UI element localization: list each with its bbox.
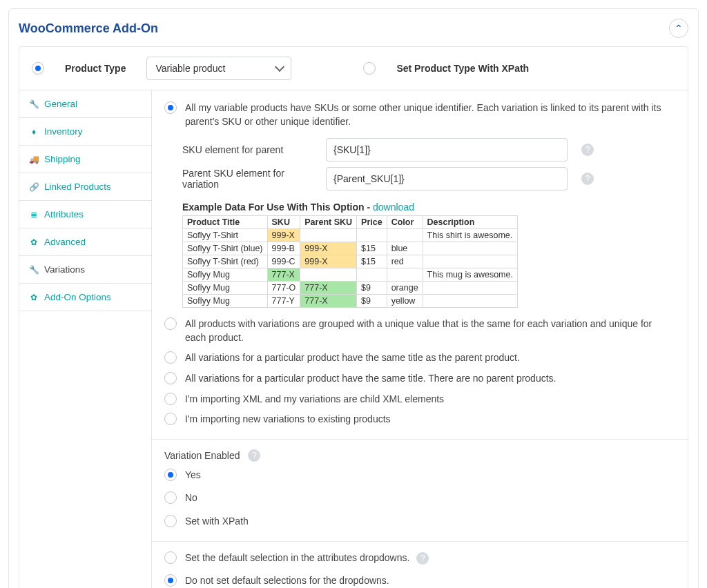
table-header: SKU — [267, 216, 300, 229]
option-label: All products with variations are grouped… — [185, 317, 675, 344]
radio-icon — [164, 515, 177, 527]
sidebar: 🔧General♦Inventory🚚Shipping🔗Linked Produ… — [19, 90, 152, 588]
radio-icon — [164, 101, 177, 114]
chevron-up-icon: ⌃ — [675, 23, 683, 34]
variation-enabled-option[interactable]: No — [164, 491, 675, 505]
parent-sku-variation-label: Parent SKU element for variation — [182, 168, 316, 190]
example-data-table: Product TitleSKUParent SKUPriceColorDesc… — [182, 215, 518, 308]
content-pane: All my variable products have SKUs or so… — [152, 90, 688, 588]
product-type-label: Product Type — [65, 63, 126, 74]
option-label: All variations for a particular product … — [185, 351, 675, 365]
table-header: Color — [387, 216, 423, 229]
table-header: Price — [357, 216, 387, 229]
radio-dot — [35, 66, 41, 71]
sidebar-item-shipping[interactable]: 🚚Shipping — [19, 146, 151, 173]
parent-sku-variation-field-row: Parent SKU element for variation ? — [182, 167, 675, 190]
sidebar-item-variations[interactable]: 🔧Variations — [19, 256, 151, 284]
sidebar-icon: 🚚 — [29, 155, 39, 164]
sku-parent-label: SKU element for parent — [182, 144, 316, 155]
table-row: Soflyy T-Shirt (blue)999-B999-X$15blue — [183, 242, 518, 255]
divider — [152, 439, 688, 440]
table-header: Description — [423, 216, 517, 229]
variation-option-sku[interactable]: All my variable products have SKUs or so… — [164, 101, 675, 128]
example-data-title: Example Data For Use With This Option - … — [182, 202, 675, 213]
variation-option[interactable]: All products with variations are grouped… — [164, 317, 675, 344]
variation-enabled-option[interactable]: Set with XPath — [164, 515, 675, 529]
option-label: All my variable products have SKUs or so… — [185, 101, 675, 128]
variation-enabled-label: Variation Enabled ? — [164, 449, 675, 462]
sidebar-icon: 🔧 — [29, 99, 39, 109]
sku-parent-input[interactable] — [326, 138, 568, 161]
sidebar-item-label: Advanced — [44, 237, 86, 247]
variation-option[interactable]: All variations for a particular product … — [164, 351, 675, 365]
product-type-row: Product Type Variable product Set Produc… — [19, 47, 688, 90]
help-icon[interactable]: ? — [248, 449, 260, 462]
panel-collapse-button[interactable]: ⌃ — [669, 19, 688, 38]
table-header: Product Title — [183, 216, 268, 229]
sidebar-item-label: General — [44, 99, 77, 109]
inner-box: Product Type Variable product Set Produc… — [19, 46, 688, 588]
product-type-radio[interactable] — [32, 62, 44, 75]
panel-header: WooCommerce Add-On ⌃ — [19, 19, 688, 38]
sidebar-item-inventory[interactable]: ♦Inventory — [19, 118, 151, 146]
option-label: Set with XPath — [185, 515, 675, 529]
variation-enabled-choices: YesNoSet with XPath — [164, 469, 675, 529]
table-row: Soflyy Mug777-O777-X$9orange — [183, 282, 518, 295]
sidebar-item-label: Inventory — [44, 126, 83, 137]
help-icon[interactable]: ? — [416, 552, 429, 565]
sidebar-icon: ≣ — [29, 210, 39, 219]
xpath-radio[interactable] — [363, 62, 376, 75]
bottom-option[interactable]: Set the default selection in the attribu… — [164, 551, 675, 565]
divider — [152, 541, 688, 542]
sidebar-icon: 🔧 — [29, 265, 39, 275]
sidebar-item-general[interactable]: 🔧General — [19, 90, 151, 118]
radio-icon — [164, 491, 177, 504]
variation-option[interactable]: I'm importing new variations to existing… — [164, 413, 675, 427]
help-icon[interactable]: ? — [581, 173, 594, 185]
option-label: No — [185, 491, 675, 505]
option-label: Yes — [185, 469, 675, 482]
sidebar-item-attributes[interactable]: ≣Attributes — [19, 201, 151, 228]
radio-icon — [164, 413, 177, 425]
radio-icon — [164, 574, 177, 587]
parent-sku-variation-input[interactable] — [326, 167, 568, 190]
option-label: All variations for a particular product … — [185, 372, 675, 386]
variation-option[interactable]: All variations for a particular product … — [164, 372, 675, 386]
sidebar-icon: ✿ — [29, 237, 39, 247]
bottom-options: Set the default selection in the attribu… — [164, 551, 675, 588]
radio-icon — [164, 469, 177, 481]
product-type-select[interactable]: Variable product — [146, 57, 291, 80]
sidebar-icon: ♦ — [29, 127, 39, 137]
product-type-select-value: Variable product — [146, 57, 291, 80]
variation-option[interactable]: I'm importing XML and my variations are … — [164, 393, 675, 406]
sidebar-item-label: Add-On Options — [44, 292, 111, 302]
panel-title: WooCommerce Add-On — [19, 21, 158, 36]
table-row: Soflyy Mug777-Y777-X$9yellow — [183, 295, 518, 308]
sidebar-item-label: Linked Products — [44, 182, 111, 192]
table-row: Soflyy Mug777-XThis mug is awesome. — [183, 268, 518, 282]
option-label: I'm importing new variations to existing… — [185, 413, 675, 427]
woocommerce-addon-panel: WooCommerce Add-On ⌃ Product Type Variab… — [8, 8, 699, 588]
option-label: I'm importing XML and my variations are … — [185, 393, 675, 406]
example-download-link[interactable]: download — [373, 202, 414, 213]
sku-parent-field-row: SKU element for parent ? — [182, 138, 675, 161]
radio-icon — [164, 351, 177, 364]
table-row: Soflyy T-Shirt (red)999-C999-X$15red — [183, 255, 518, 268]
sidebar-item-label: Attributes — [44, 209, 84, 219]
bottom-option[interactable]: Do not set default selections for the dr… — [164, 574, 675, 588]
sidebar-item-advanced[interactable]: ✿Advanced — [19, 228, 151, 256]
sidebar-item-label: Shipping — [44, 154, 81, 164]
radio-icon — [164, 317, 177, 330]
radio-icon — [164, 393, 177, 405]
variation-enabled-option[interactable]: Yes — [164, 469, 675, 482]
sidebar-icon: ✿ — [29, 293, 39, 302]
body-columns: 🔧General♦Inventory🚚Shipping🔗Linked Produ… — [19, 90, 688, 588]
sidebar-item-linked[interactable]: 🔗Linked Products — [19, 173, 151, 201]
sidebar-icon: 🔗 — [29, 182, 39, 192]
sidebar-item-label: Variations — [44, 264, 85, 275]
xpath-label: Set Product Type With XPath — [396, 63, 529, 74]
help-icon[interactable]: ? — [581, 144, 594, 156]
variation-options-remaining: All products with variations are grouped… — [164, 317, 675, 427]
option-label: Set the default selection in the attribu… — [185, 551, 675, 565]
sidebar-item-addon[interactable]: ✿Add-On Options — [19, 284, 151, 311]
